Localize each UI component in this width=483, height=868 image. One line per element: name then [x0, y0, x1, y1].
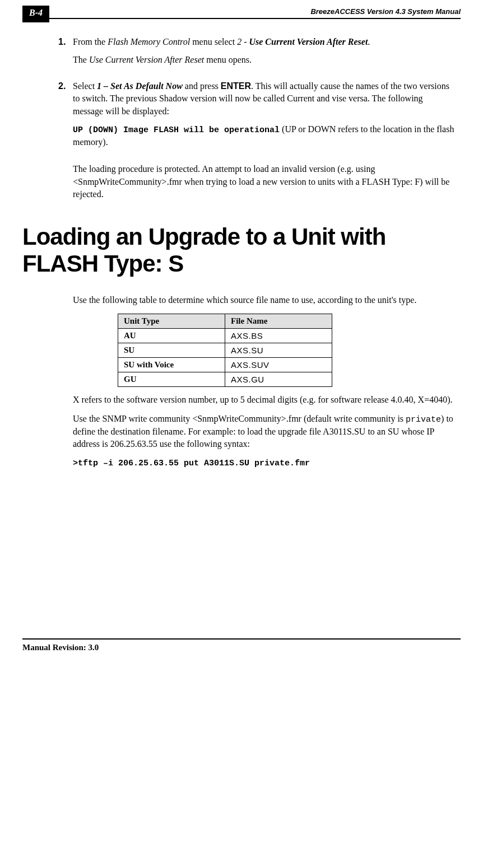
code-message: UP (DOWN) Image FLASH will be operationa… — [73, 125, 280, 135]
text: . — [368, 37, 370, 46]
text: From the — [73, 37, 108, 46]
file-table: Unit Type File Name AU AXS.BS SU AXS.SU … — [118, 314, 332, 387]
option-label: Use Current Version After Reset — [249, 37, 368, 46]
table-cell: AXS.GU — [225, 372, 332, 386]
header-title: BreezeACCESS Version 4.3 System Manual — [49, 7, 461, 16]
text: and press — [183, 81, 221, 91]
option-number: 2 — [237, 37, 242, 46]
step-1: 1. From the Flash Memory Control menu se… — [73, 36, 455, 74]
loading-note: The loading procedure is protected. An a… — [73, 163, 455, 200]
text: Select — [73, 81, 97, 91]
table-header-row: Unit Type File Name — [118, 314, 332, 328]
table-cell: AXS.SU — [225, 343, 332, 357]
text: The — [73, 55, 89, 64]
table-cell: GU — [118, 372, 225, 386]
table-header: Unit Type — [118, 314, 225, 328]
table-row: SU with Voice AXS.SUV — [118, 357, 332, 372]
footer: Manual Revision: 3.0 — [22, 638, 461, 652]
table-header: File Name — [225, 314, 332, 328]
snmp-paragraph: Use the SNMP write community <SnmpWriteC… — [73, 413, 455, 451]
table-row: AU AXS.BS — [118, 328, 332, 343]
step-number: 2. — [58, 80, 73, 157]
section-title: Loading an Upgrade to a Unit with FLASH … — [22, 223, 461, 278]
option-label: 1 – Set As Default Now — [97, 81, 183, 91]
table-row: SU AXS.SU — [118, 343, 332, 357]
key-name: ENTER — [221, 81, 251, 91]
text: - — [242, 37, 249, 46]
text: menu opens. — [204, 55, 252, 64]
table-cell: AU — [118, 328, 225, 343]
text: menu select — [190, 37, 237, 46]
step-number: 1. — [58, 36, 73, 74]
code-inline: private — [406, 415, 441, 424]
page-number: B-4 — [22, 6, 49, 22]
menu-name: Use Current Version After Reset — [89, 55, 204, 64]
step-2: 2. Select 1 – Set As Default Now and pre… — [73, 80, 455, 157]
x-note: X refers to the software version number,… — [73, 394, 455, 406]
table-cell: SU with Voice — [118, 357, 225, 372]
menu-name: Flash Memory Control — [108, 37, 190, 46]
table-row: GU AXS.GU — [118, 372, 332, 386]
page-header: B-4 BreezeACCESS Version 4.3 System Manu… — [22, 6, 461, 19]
text: Use the SNMP write community <SnmpWriteC… — [73, 414, 406, 423]
table-cell: SU — [118, 343, 225, 357]
table-cell: AXS.SUV — [225, 357, 332, 372]
table-cell: AXS.BS — [225, 328, 332, 343]
command-line: >tftp –i 206.25.63.55 put A3011S.SU priv… — [73, 458, 455, 469]
table-intro: Use the following table to determine whi… — [73, 294, 455, 306]
